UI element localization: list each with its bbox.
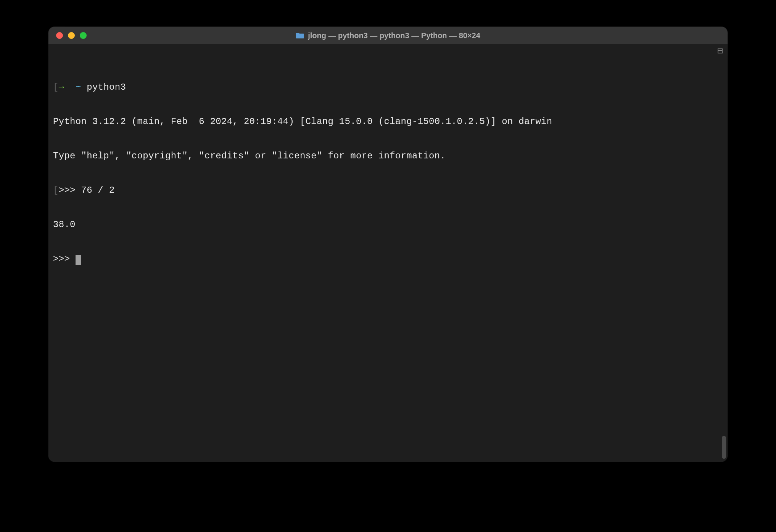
minimize-button[interactable] [68,32,75,39]
folder-icon [296,32,304,39]
scroll-marker-icon [715,47,724,55]
window-title: jlong — python3 — python3 — Python — 80×… [308,31,480,40]
traffic-lights [56,32,87,39]
prompt-cwd: ~ [76,82,81,92]
repl-prompt: >>> [53,254,76,264]
repl-prompt: >>> [59,185,81,195]
repl-input-line: [>>> 76 / 2 [53,185,723,196]
titlebar[interactable]: jlong — python3 — python3 — Python — 80×… [48,27,728,44]
prompt-arrow-icon: → [59,82,64,92]
cursor [76,255,81,265]
repl-current-prompt-line[interactable]: >>> [53,253,723,265]
close-button[interactable] [56,32,63,39]
python-banner-line-1: Python 3.12.2 (main, Feb 6 2024, 20:19:4… [53,116,723,127]
window-title-container: jlong — python3 — python3 — Python — 80×… [296,31,480,40]
terminal-body[interactable]: [→ ~ python3 Python 3.12.2 (main, Feb 6 … [48,44,728,462]
scrollbar-thumb[interactable] [722,436,726,459]
shell-prompt-line: [→ ~ python3 [53,82,723,93]
terminal-window: jlong — python3 — python3 — Python — 80×… [48,27,728,462]
repl-output-line: 38.0 [53,219,723,231]
shell-command: python3 [87,82,126,92]
zoom-button[interactable] [80,32,87,39]
repl-input-text: 76 / 2 [81,185,115,195]
python-banner-line-2: Type "help", "copyright", "credits" or "… [53,150,723,162]
